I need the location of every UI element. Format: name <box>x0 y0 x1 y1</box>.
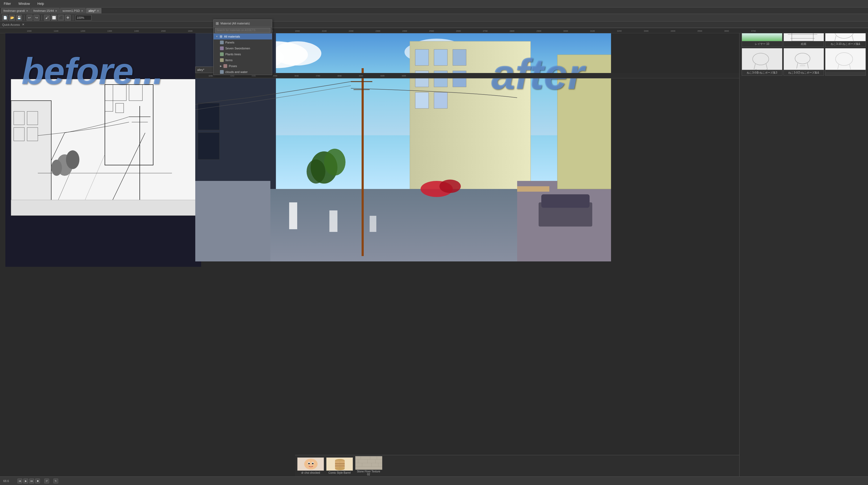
all-mat-arrow: ▼ <box>216 35 218 38</box>
play-prev-btn[interactable]: ⏮ <box>18 479 22 483</box>
mat-tree-plants[interactable]: Plants trees <box>214 51 272 57</box>
plants-icon <box>220 52 224 56</box>
svg-text:3700: 3700 <box>751 30 756 32</box>
bottom-asset-label-2: Stone Floor Texture 02 <box>355 470 382 476</box>
alley-ruler: I240 I340 I440 I540 I640 I740 I840 I940 … <box>195 73 739 78</box>
redo-btn[interactable]: ↪ <box>34 15 39 21</box>
clouds-icon <box>220 70 224 74</box>
svg-text:I840: I840 <box>337 75 342 77</box>
select-btn[interactable]: ⬛ <box>58 15 64 21</box>
mat-tree-poses[interactable]: ▶ Poses <box>214 63 272 69</box>
material-thumb-3[interactable]: ねこ3-0⑧-ねこポーズ集3 <box>742 48 782 76</box>
left-search-input[interactable] <box>215 28 270 33</box>
tab-close-1[interactable]: ✕ <box>55 9 57 12</box>
asset-barrel-svg <box>327 457 353 471</box>
svg-point-82 <box>307 160 326 183</box>
mat-tree-items[interactable]: Items <box>214 57 272 63</box>
panels-icon <box>220 40 224 44</box>
move-btn[interactable]: ✥ <box>65 15 71 21</box>
bottom-asset-thumb-1 <box>326 457 353 471</box>
brush-btn[interactable]: 🖌 <box>44 15 50 21</box>
mat-tree-seven-swords[interactable]: Seven Swordsmen <box>214 45 272 51</box>
help-menu[interactable]: Help <box>36 1 45 6</box>
svg-point-50 <box>66 150 80 169</box>
svg-text:I540: I540 <box>273 75 277 77</box>
toolbar2: Quick Access ✕ <box>0 22 868 28</box>
bottom-asset-thumb-2 <box>355 456 382 469</box>
tab-alley[interactable]: alley* ✕ <box>86 8 101 13</box>
tab-freshman-pages[interactable]: freshman:15/44 ✕ <box>31 8 60 13</box>
bottom-asset-0[interactable]: dr choi shocked <box>297 457 324 474</box>
seven-swords-label: Seven Swordsmen <box>225 47 250 50</box>
svg-text:3400: 3400 <box>671 30 675 32</box>
open-btn[interactable]: 📂 <box>9 15 15 21</box>
rotate-ccw-btn[interactable]: ↺ <box>44 479 49 483</box>
svg-rect-112 <box>742 48 782 70</box>
thumb-label-0: レイヤー 10 <box>742 41 782 47</box>
sketch-canvas[interactable] <box>11 79 198 216</box>
bottom-asset-2[interactable]: Stone Floor Texture 02 <box>355 456 382 476</box>
thumb-sketch3-svg <box>784 48 824 70</box>
svg-rect-74 <box>370 216 376 232</box>
mat-tree-clouds[interactable]: clouds and water <box>214 69 272 75</box>
record-btn[interactable]: ⏺ <box>35 479 40 483</box>
zoom-input[interactable] <box>75 15 91 20</box>
svg-rect-77 <box>362 68 364 256</box>
plants-label: Plants trees <box>225 53 241 56</box>
mat-tree-all-materials[interactable]: ▼ ⊞ All materials <box>214 33 272 39</box>
tab-close-2[interactable]: ✕ <box>81 9 83 12</box>
thumb-label-5 <box>825 70 866 72</box>
poses-label: Poses <box>229 64 237 68</box>
svg-point-127 <box>304 459 318 469</box>
mat-tree-panels[interactable]: Panels <box>214 39 272 45</box>
before-area: before... <box>5 33 201 267</box>
svg-text:I005: I005 <box>402 75 406 77</box>
rotate-cw-btn[interactable]: ↻ <box>53 479 58 483</box>
save-btn[interactable]: 💾 <box>16 15 22 21</box>
items-label: Items <box>225 58 232 62</box>
toolbar2-close[interactable]: ✕ <box>22 23 24 26</box>
material-thumb-4[interactable]: ねこ3-0⑦-ねこポーズ集& <box>783 48 824 76</box>
svg-text:1100: 1100 <box>54 30 59 32</box>
svg-text:1200: 1200 <box>81 30 85 32</box>
svg-text:I240: I240 <box>209 75 213 77</box>
undo-btn[interactable]: ↩ <box>27 15 32 21</box>
thumb-img-3 <box>742 48 782 70</box>
svg-point-51 <box>51 160 62 176</box>
eraser-btn[interactable]: ⬜ <box>51 15 57 21</box>
filter-menu[interactable]: Filter <box>2 1 12 6</box>
zoom-level: 68.6 <box>3 479 9 483</box>
left-mat-search <box>214 27 272 33</box>
svg-rect-67 <box>434 92 447 109</box>
thumb-img-5 <box>825 48 866 70</box>
ruler-marks-svg: // We'll generate ruler ticks via inline… <box>0 28 868 33</box>
material-thumb-5[interactable] <box>825 48 866 76</box>
play-next-btn[interactable]: ⏭ <box>29 479 34 483</box>
bottom-asset-1[interactable]: Comic Style Barrel <box>326 457 353 474</box>
svg-text:2900: 2900 <box>536 30 541 32</box>
thumb-label-4: ねこ3-0⑦-ねこポーズ集& <box>784 70 824 76</box>
all-mat-icon: ⊞ <box>220 35 222 38</box>
svg-point-84 <box>439 179 461 193</box>
clouds-label: clouds and water <box>225 70 248 74</box>
svg-rect-118 <box>784 48 824 70</box>
svg-rect-52 <box>11 200 198 216</box>
tab-close-0[interactable]: ✕ <box>26 9 28 12</box>
svg-rect-38 <box>11 101 51 216</box>
play-btn[interactable]: ▶ <box>23 479 28 483</box>
svg-rect-69 <box>198 103 219 130</box>
tab-close-3[interactable]: ✕ <box>97 9 99 12</box>
alley-ruler-svg: I240 I340 I440 I540 I640 I740 I840 I940 … <box>195 73 739 78</box>
svg-text:I005: I005 <box>380 75 385 77</box>
new-btn[interactable]: 📄 <box>2 15 8 21</box>
tab-freshman-grandi[interactable]: freshman grandi ✕ <box>1 8 31 13</box>
svg-text:1600: 1600 <box>188 30 193 32</box>
svg-point-131 <box>312 463 314 464</box>
svg-text:2500: 2500 <box>429 30 434 32</box>
svg-text:2100: 2100 <box>322 30 327 32</box>
quick-access-label: Quick Access <box>2 23 20 26</box>
tab-screen-psd[interactable]: screen1.PSD ✕ <box>60 8 86 13</box>
svg-rect-60 <box>415 49 429 65</box>
svg-text:3500: 3500 <box>698 30 702 32</box>
window-menu[interactable]: Window <box>17 1 32 6</box>
